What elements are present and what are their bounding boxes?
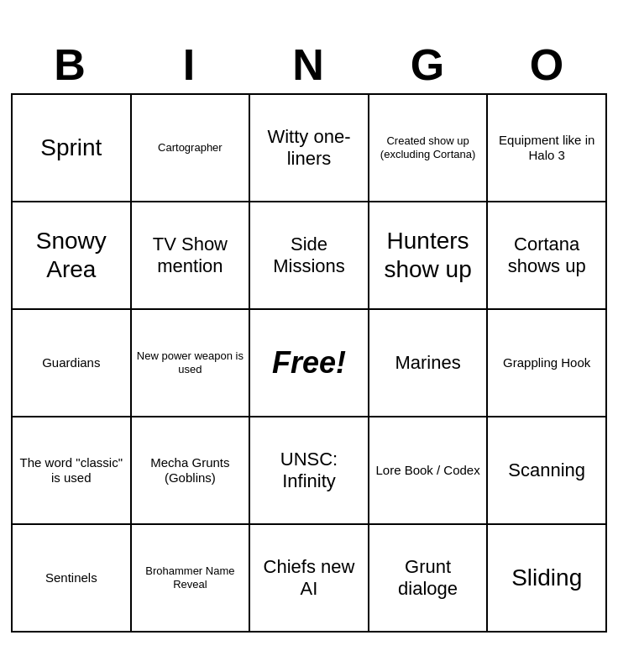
cell-text: Cartographer — [158, 141, 223, 155]
cell-text: Scanning — [508, 459, 585, 481]
cell-text: Marines — [395, 352, 460, 374]
cell-text: Chiefs new AI — [255, 556, 363, 601]
cell-text: Hunters show up — [374, 227, 482, 283]
bingo-header: BINGO — [11, 39, 607, 90]
bingo-cell[interactable]: Brohammer Name Reveal — [132, 525, 251, 633]
bingo-cell[interactable]: Lore Book / Codex — [369, 417, 489, 525]
cell-text: Free! — [272, 344, 346, 381]
header-letter: N — [249, 39, 369, 90]
bingo-cell[interactable]: TV Show mention — [132, 202, 251, 310]
cell-text: Sprint — [40, 134, 102, 162]
bingo-cell[interactable]: Sprint — [13, 95, 132, 202]
bingo-cell[interactable]: Hunters show up — [369, 202, 489, 310]
cell-text: New power weapon is used — [137, 349, 244, 375]
cell-text: Witty one-liners — [255, 126, 363, 171]
bingo-cell[interactable]: The word "classic" is used — [13, 417, 132, 525]
header-letter: I — [130, 39, 249, 90]
bingo-cell[interactable]: UNSC: Infinity — [250, 417, 369, 525]
bingo-cell[interactable]: Scanning — [488, 417, 607, 525]
bingo-grid: SprintCartographerWitty one-linersCreate… — [11, 93, 607, 633]
cell-text: The word "classic" is used — [18, 455, 125, 486]
bingo-cell[interactable]: Guardians — [13, 310, 132, 417]
cell-text: Mecha Grunts (Goblins) — [137, 455, 244, 486]
bingo-card: BINGO SprintCartographerWitty one-liners… — [11, 39, 607, 633]
bingo-cell[interactable]: Side Missions — [250, 202, 369, 310]
bingo-cell[interactable]: New power weapon is used — [132, 310, 251, 417]
cell-text: TV Show mention — [137, 234, 244, 278]
cell-text: Sentinels — [45, 570, 97, 585]
bingo-cell[interactable]: Grappling Hook — [488, 310, 607, 417]
bingo-cell[interactable]: Chiefs new AI — [250, 525, 369, 633]
header-letter: G — [369, 39, 488, 90]
cell-text: Snowy Area — [18, 227, 125, 283]
cell-text: Lore Book / Codex — [375, 463, 479, 478]
cell-text: Equipment like in Halo 3 — [493, 133, 600, 163]
bingo-cell[interactable]: Free! — [250, 310, 369, 417]
bingo-cell[interactable]: Mecha Grunts (Goblins) — [132, 417, 251, 525]
cell-text: Grunt dialoge — [374, 556, 482, 601]
cell-text: Sliding — [511, 564, 582, 592]
bingo-cell[interactable]: Grunt dialoge — [369, 525, 489, 633]
cell-text: Brohammer Name Reveal — [137, 564, 244, 591]
cell-text: Side Missions — [255, 234, 363, 278]
cell-text: Created show up (excluding Cortana) — [374, 134, 482, 160]
cell-text: Guardians — [42, 355, 100, 370]
cell-text: Cortana shows up — [493, 234, 600, 278]
bingo-cell[interactable]: Equipment like in Halo 3 — [488, 95, 607, 202]
bingo-cell[interactable]: Marines — [369, 310, 489, 417]
cell-text: UNSC: Infinity — [255, 449, 363, 493]
header-letter: O — [488, 39, 607, 90]
header-letter: B — [11, 39, 130, 90]
bingo-cell[interactable]: Snowy Area — [13, 202, 132, 310]
bingo-cell[interactable]: Cartographer — [132, 95, 251, 202]
bingo-cell[interactable]: Sentinels — [13, 525, 132, 633]
bingo-cell[interactable]: Witty one-liners — [250, 95, 369, 202]
cell-text: Grappling Hook — [503, 355, 590, 370]
bingo-cell[interactable]: Sliding — [488, 525, 607, 633]
bingo-cell[interactable]: Created show up (excluding Cortana) — [369, 95, 489, 202]
bingo-cell[interactable]: Cortana shows up — [488, 202, 607, 310]
